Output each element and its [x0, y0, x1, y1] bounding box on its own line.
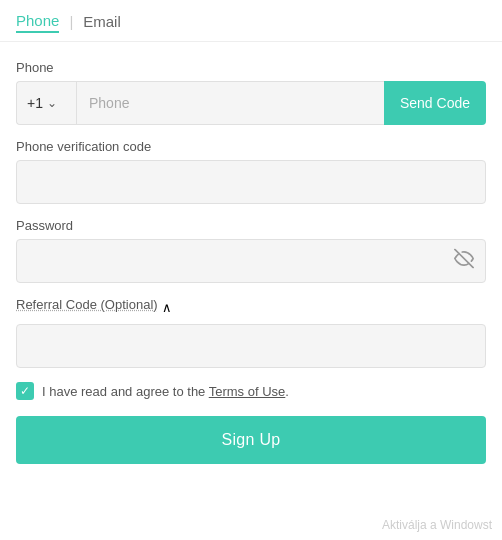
referral-input[interactable]: [16, 324, 486, 368]
terms-of-use-link[interactable]: Terms of Use: [209, 384, 286, 399]
country-code-selector[interactable]: +1 ⌄: [16, 81, 76, 125]
phone-row: +1 ⌄ Send Code: [16, 81, 486, 125]
referral-toggle-icon[interactable]: ∧: [162, 300, 172, 315]
checkbox-text: I have read and agree to the: [42, 384, 209, 399]
country-code-value: +1: [27, 95, 43, 111]
chevron-down-icon: ⌄: [47, 96, 57, 110]
send-code-button[interactable]: Send Code: [384, 81, 486, 125]
password-input-wrapper: [16, 239, 486, 283]
terms-checkbox[interactable]: ✓: [16, 382, 34, 400]
signup-button[interactable]: Sign Up: [16, 416, 486, 464]
tab-email[interactable]: Email: [83, 11, 121, 32]
phone-label: Phone: [16, 60, 486, 75]
checkbox-suffix: .: [285, 384, 289, 399]
password-label: Password: [16, 218, 486, 233]
referral-input-wrapper: [16, 324, 486, 368]
phone-section: Phone +1 ⌄ Send Code: [16, 60, 486, 125]
checkmark-icon: ✓: [20, 385, 30, 397]
phone-input[interactable]: [76, 81, 384, 125]
tab-divider: |: [69, 13, 73, 30]
verification-input[interactable]: [16, 160, 486, 204]
password-input[interactable]: [16, 239, 486, 283]
checkbox-label: I have read and agree to the Terms of Us…: [42, 384, 289, 399]
referral-label[interactable]: Referral Code (Optional): [16, 297, 158, 312]
referral-section: Referral Code (Optional) ∧: [16, 297, 486, 368]
main-container: Phone | Email Phone +1 ⌄ Send Code Phone…: [0, 0, 502, 540]
tab-phone[interactable]: Phone: [16, 10, 59, 33]
verification-label: Phone verification code: [16, 139, 486, 154]
verification-section: Phone verification code: [16, 139, 486, 204]
form-area: Phone +1 ⌄ Send Code Phone verification …: [0, 42, 502, 476]
tab-bar: Phone | Email: [0, 0, 502, 42]
password-section: Password: [16, 218, 486, 283]
verification-input-wrapper: [16, 160, 486, 204]
terms-checkbox-row: ✓ I have read and agree to the Terms of …: [16, 382, 486, 400]
eye-slash-icon[interactable]: [454, 249, 474, 274]
windows-watermark: Aktiválja a Windowst: [382, 518, 492, 532]
